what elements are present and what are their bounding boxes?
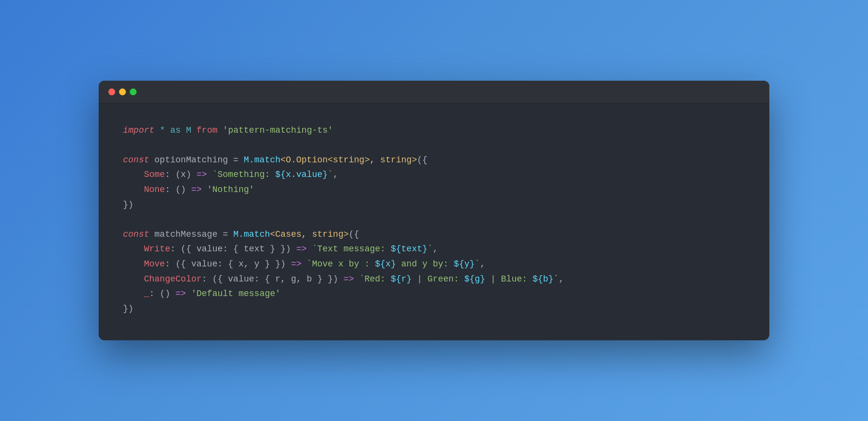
code-line-3: Some: (x) => `Something: ${x.value}`,	[123, 167, 745, 182]
code-line-1: import * as M from 'pattern-matching-ts'	[123, 123, 745, 138]
code-line-7: Write: ({ value: { text } }) => `Text me…	[123, 242, 745, 257]
code-window: import * as M from 'pattern-matching-ts'…	[99, 81, 769, 341]
code-line-4: None: () => 'Nothing'	[123, 182, 745, 197]
code-editor: import * as M from 'pattern-matching-ts'…	[99, 104, 769, 341]
code-line-5: })	[123, 197, 745, 212]
blank-line-1	[123, 138, 745, 153]
minimize-button[interactable]	[119, 88, 126, 95]
titlebar	[99, 81, 769, 104]
code-line-8: Move: ({ value: { x, y } }) => `Move x b…	[123, 257, 745, 272]
maximize-button[interactable]	[130, 88, 137, 95]
code-line-11: })	[123, 301, 745, 316]
code-line-2: const optionMatching = M.match<O.Option<…	[123, 153, 745, 168]
code-line-9: ChangeColor: ({ value: { r, g, b } }) =>…	[123, 272, 745, 287]
blank-line-2	[123, 212, 745, 227]
keyword-import: import	[123, 125, 155, 135]
code-line-10: _: () => 'Default message'	[123, 286, 745, 301]
code-line-6: const matchMessage = M.match<Cases, stri…	[123, 227, 745, 242]
keyword-as: as	[170, 125, 181, 135]
close-button[interactable]	[108, 88, 115, 95]
